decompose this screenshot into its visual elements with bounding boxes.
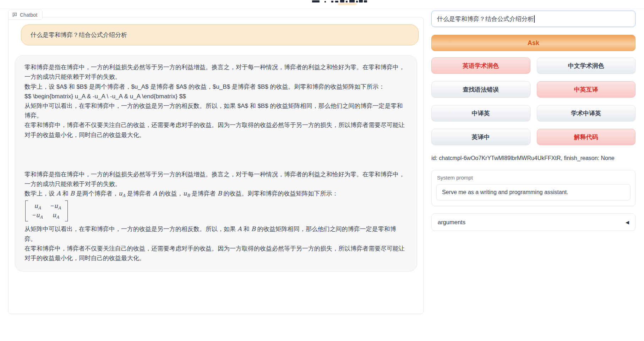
message-gap (24, 140, 408, 170)
user-message: 什么是零和博弈？结合公式介绍分析 (21, 24, 419, 45)
matrix-left-bracket (25, 200, 28, 222)
function-button[interactable]: 中文学术润色 (537, 57, 636, 74)
system-prompt-box: System prompt Serve me as a writing and … (431, 170, 635, 206)
question-input-value: 什么是零和博弈？结合公式介绍分析 (437, 15, 534, 23)
function-button[interactable]: 英语学术润色 (431, 57, 530, 74)
function-button[interactable]: 英译中 (431, 129, 530, 145)
payoff-matrix: uA−uA−uAuA (25, 200, 68, 222)
response-status-line: id: chatcmpl-6wOo7KrYTwMl89lbrMWRu4UkFFX… (431, 155, 635, 161)
matrix-cell: −uA (50, 202, 61, 211)
ask-button[interactable]: Ask (431, 35, 635, 51)
bot-paragraph: 从矩阵中可以看出，在零和博弈中，一方的收益是另一方的相反数。所以，如果 $A$ … (24, 101, 408, 120)
arguments-accordion[interactable]: arguments ◀ (431, 213, 635, 231)
bot-rendered-p1: 零和博弈是指在博弈中，一方的利益损失必然等于另一方的利益增益。换言之，对于每一种… (24, 170, 408, 189)
user-message-text: 什么是零和博弈？结合公式介绍分析 (31, 30, 409, 40)
arguments-accordion-label: arguments (438, 219, 465, 226)
question-input[interactable]: 什么是零和博弈？结合公式介绍分析 (431, 11, 635, 27)
control-column: 什么是零和博弈？结合公式介绍分析 Ask 英语学术润色中文学术润色查找语法错误中… (431, 11, 635, 231)
chatbot-panel: Chatbot 什么是零和博弈？结合公式介绍分析 零和博弈是指在博弈中，一方的利… (8, 17, 424, 314)
function-button[interactable]: 中译英 (431, 105, 530, 121)
main-row: Chatbot 什么是零和博弈？结合公式介绍分析 零和博弈是指在博弈中，一方的利… (0, 9, 644, 314)
function-button[interactable]: 查找语法错误 (431, 81, 530, 98)
chat-bubble-icon (12, 12, 17, 17)
bot-paragraph: 零和博弈是指在博弈中，一方的利益损失必然等于另一方的利益增益。换言之，对于每一种… (24, 62, 408, 82)
matrix-right-bracket (65, 200, 68, 222)
bot-rendered-block: 零和博弈是指在博弈中，一方的利益损失必然等于另一方的利益增益。换言之，对于每一种… (24, 170, 408, 263)
chatbot-label: Chatbot (8, 10, 43, 20)
bot-raw-block: 零和博弈是指在博弈中，一方的利益损失必然等于另一方的利益增益。换言之，对于每一种… (24, 62, 408, 140)
chatbot-label-text: Chatbot (20, 12, 37, 18)
matrix-cell: uA (34, 202, 41, 211)
bot-rendered-p3: 从矩阵中可以看出，在零和博弈中，一方的收益是另一方的相反数。所以，如果 A 和 … (24, 224, 408, 243)
accordion-collapse-icon: ◀ (626, 220, 629, 225)
bot-rendered-p4: 在零和博弈中，博弈者不仅要关注自己的收益，还需要考虑对手的收益。因为一方取得的收… (24, 244, 408, 263)
bot-paragraph: 在零和博弈中，博弈者不仅要关注自己的收益，还需要考虑对手的收益。因为一方取得的收… (24, 120, 408, 139)
bot-paragraph: $$ \begin{bmatrix} u_A & -u_A \ -u_A & u… (24, 92, 408, 101)
system-prompt-input[interactable]: Serve me as a writing and programming as… (436, 184, 631, 200)
system-prompt-label: System prompt (437, 175, 631, 181)
text-cursor (534, 15, 535, 23)
matrix-cell: uA (52, 211, 59, 220)
bot-paragraph: 数学上，设 $A$ 和 $B$ 是两个博弈者，$u_A$ 是博弈者 $A$ 的收… (24, 82, 408, 92)
function-button[interactable]: 学术中译英 (537, 105, 636, 121)
function-button[interactable]: 解释代码 (537, 129, 636, 145)
matrix-grid: uA−uA−uAuA (28, 200, 65, 222)
matrix-cell: −uA (32, 211, 43, 220)
function-button[interactable]: 中英互译 (537, 81, 636, 98)
bot-message: 零和博弈是指在博弈中，一方的利益损失必然等于另一方的利益增益。换言之，对于每一种… (15, 55, 417, 271)
bot-rendered-math-intro: 数学上，设 A 和 B 是两个博弈者，uA 是博弈者 A 的收益，uB 是博弈者… (24, 189, 408, 199)
clipped-heading (0, 0, 644, 9)
function-button-grid: 英语学术润色中文学术润色查找语法错误中英互译中译英学术中译英英译中解释代码 (431, 57, 635, 145)
